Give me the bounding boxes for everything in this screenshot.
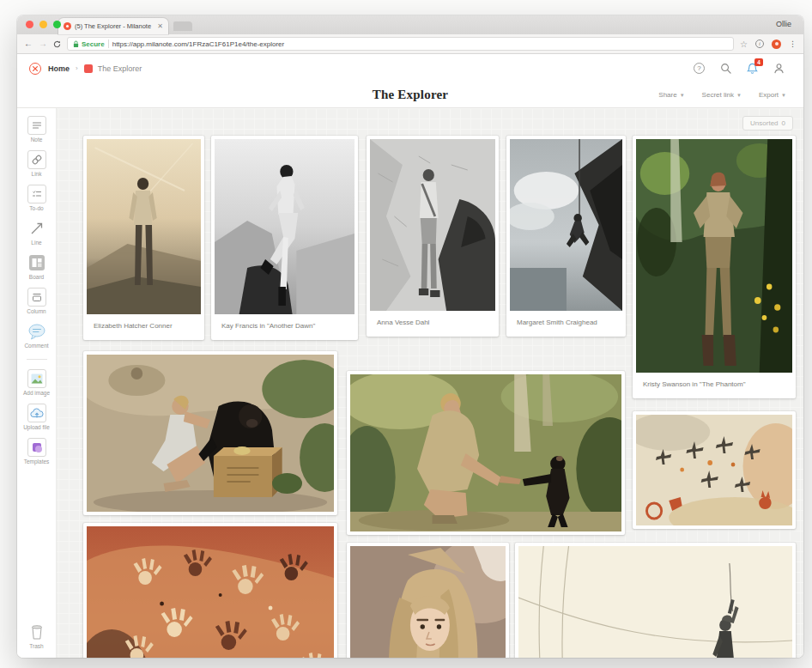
photo-jane-goodall-chimp-box — [87, 355, 334, 512]
trash-icon — [27, 622, 46, 641]
page-title: The Explorer — [373, 88, 448, 102]
image-card-margaret-smith-craighead[interactable]: Margaret Smith Craighead — [506, 136, 626, 337]
breadcrumb-board[interactable]: The Explorer — [98, 64, 142, 73]
note-icon — [27, 116, 46, 135]
board-menus: Share▼ Secret link▼ Export▼ — [658, 82, 786, 107]
image-card-jane-goodall-reaching[interactable] — [347, 371, 625, 535]
tool-templates[interactable]: Templates — [17, 438, 56, 465]
board-color-icon — [84, 64, 93, 73]
tab-close-icon[interactable]: ✕ — [157, 22, 163, 30]
todo-icon — [27, 185, 46, 203]
image-card-kay-francis[interactable]: Kay Francis in "Another Dawn" — [211, 136, 358, 340]
browser-menu-icon[interactable]: ⋮ — [789, 39, 797, 48]
photo-kristy-swanson-the-phantom — [636, 139, 792, 373]
close-window-button[interactable] — [26, 21, 33, 28]
photo-sketch-explorer — [518, 546, 792, 658]
image-card-sketch-explorer[interactable] — [515, 543, 796, 658]
back-icon[interactable]: ← — [24, 39, 33, 48]
tool-link[interactable]: Link — [17, 150, 56, 177]
tool-add-image[interactable]: Add image — [17, 369, 56, 396]
breadcrumb-chevron-icon: › — [76, 64, 78, 72]
toolbar-divider — [27, 359, 47, 360]
breadcrumb-home[interactable]: Home — [48, 64, 70, 73]
photo-anna-vesse-dahl — [370, 139, 495, 311]
account-icon[interactable] — [773, 63, 785, 74]
tool-upload-file[interactable]: Upload file — [17, 404, 56, 430]
tools-sidebar: Note Link To-do Line Board Column — [17, 108, 57, 658]
share-button[interactable]: Share▼ — [658, 91, 684, 99]
milanote-logo[interactable] — [29, 63, 41, 75]
browser-window: (5) The Explorer - Milanote ✕ Ollie ← → … — [17, 15, 803, 658]
photo-jane-goodall-reaching-chimp — [350, 374, 621, 531]
browser-tab[interactable]: (5) The Explorer - Milanote ✕ — [58, 18, 168, 34]
link-icon — [27, 150, 46, 169]
templates-icon — [27, 438, 46, 457]
browser-tabbar: (5) The Explorer - Milanote ✕ Ollie — [17, 15, 803, 34]
photo-illustrated-girl — [350, 546, 506, 658]
photo-kay-francis-another-dawn — [215, 139, 354, 314]
image-card-cave-of-hands[interactable] — [83, 523, 337, 658]
new-tab-button[interactable] — [173, 21, 192, 31]
milanote-extension-icon[interactable] — [772, 39, 781, 49]
zoom-window-button[interactable] — [53, 21, 61, 28]
image-card-anna-vesse-dahl[interactable]: Anna Vesse Dahl — [367, 136, 499, 337]
card-caption[interactable]: Elizabeth Hatcher Conner — [87, 314, 201, 337]
notifications-bell-icon[interactable]: 4 — [747, 63, 758, 75]
help-icon[interactable]: ? — [694, 63, 705, 74]
tool-todo[interactable]: To-do — [17, 185, 56, 211]
image-icon — [27, 369, 46, 388]
browser-profile-name[interactable]: Ollie — [776, 20, 791, 28]
card-caption[interactable]: Kay Francis in "Another Dawn" — [215, 314, 354, 337]
comment-icon — [27, 322, 46, 341]
image-card-elizabeth-hatcher-conner[interactable]: Elizabeth Hatcher Conner — [83, 136, 204, 340]
refresh-icon[interactable] — [53, 40, 61, 48]
divider — [108, 39, 109, 48]
secure-indicator[interactable]: Secure — [73, 40, 105, 48]
info-icon[interactable]: i — [755, 39, 764, 48]
board-icon — [27, 253, 46, 272]
chevron-down-icon: ▼ — [680, 93, 685, 98]
upload-icon — [27, 404, 46, 422]
bookmark-star-icon[interactable]: ☆ — [740, 39, 748, 49]
search-icon[interactable] — [720, 63, 731, 74]
tool-trash[interactable]: Trash — [17, 622, 56, 649]
notification-badge: 4 — [754, 58, 763, 66]
column-icon — [27, 288, 46, 307]
image-card-kristy-swanson[interactable]: Kristy Swanson in "The Phantom" — [633, 136, 796, 398]
address-bar[interactable]: Secure https://app.milanote.com/1FRzaC1F… — [67, 37, 734, 51]
board-canvas[interactable]: Note Link To-do Line Board Column — [17, 108, 803, 658]
arrow-icon — [27, 219, 46, 238]
browser-toolbar: ← → Secure https://app.milanote.com/1FRz… — [17, 34, 803, 54]
image-card-rock-art-animals[interactable] — [633, 411, 796, 529]
export-button[interactable]: Export▼ — [759, 91, 786, 99]
window-controls[interactable] — [26, 21, 61, 28]
url-text: https://app.milanote.com/1FRzaC1F61P1e4/… — [112, 40, 285, 48]
image-card-jane-goodall-box[interactable] — [83, 351, 337, 515]
forward-icon: → — [39, 39, 47, 48]
board-title-bar: The Explorer Share▼ Secret link▼ Export▼ — [17, 82, 803, 108]
card-caption[interactable]: Margaret Smith Craighead — [510, 311, 622, 333]
photo-rock-art-animals — [636, 415, 792, 525]
tab-title: (5) The Explorer - Milanote — [75, 22, 154, 30]
card-caption[interactable]: Kristy Swanson in "The Phantom" — [636, 373, 792, 395]
secret-link-button[interactable]: Secret link▼ — [702, 91, 742, 99]
padlock-icon — [73, 40, 79, 48]
tool-column[interactable]: Column — [17, 288, 56, 314]
tool-note[interactable]: Note — [17, 116, 56, 143]
chrome-actions: ☆ i ⋮ — [740, 39, 797, 49]
header-actions: ? 4 — [694, 63, 785, 75]
chevron-down-icon: ▼ — [781, 93, 786, 98]
unsorted-badge[interactable]: Unsorted 0 — [742, 116, 793, 131]
app-header: Home › The Explorer ? 4 — [17, 54, 803, 82]
tool-comment[interactable]: Comment — [17, 322, 56, 349]
photo-cave-of-hands — [87, 526, 334, 658]
minimize-window-button[interactable] — [39, 21, 47, 28]
photo-elizabeth-hatcher-conner — [87, 139, 201, 314]
card-caption[interactable]: Anna Vesse Dahl — [370, 311, 495, 333]
milanote-favicon — [64, 22, 71, 30]
tool-line[interactable]: Line — [17, 219, 56, 246]
tool-board[interactable]: Board — [17, 253, 56, 280]
chevron-down-icon: ▼ — [736, 93, 742, 98]
secure-label: Secure — [82, 40, 105, 48]
image-card-illustrated-girl[interactable] — [347, 543, 509, 658]
